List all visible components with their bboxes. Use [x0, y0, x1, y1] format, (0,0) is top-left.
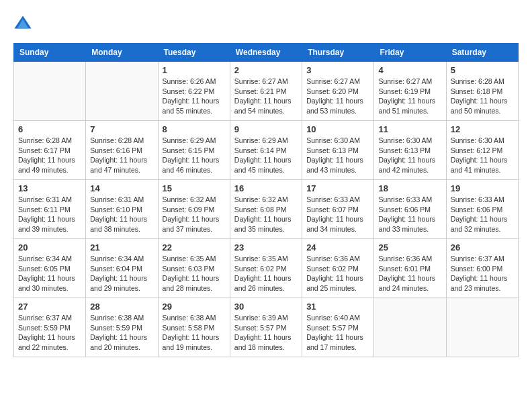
calendar-cell: [374, 298, 446, 357]
day-number: 30: [234, 302, 298, 312]
logo: [13, 13, 34, 32]
calendar-cell: 28Sunrise: 6:38 AM Sunset: 5:59 PM Dayli…: [86, 298, 158, 357]
weekday-header-friday: Friday: [374, 44, 446, 62]
calendar-cell: 18Sunrise: 6:33 AM Sunset: 6:06 PM Dayli…: [374, 180, 446, 239]
day-number: 15: [163, 183, 226, 193]
day-number: 27: [18, 302, 81, 312]
weekday-header-row: SundayMondayTuesdayWednesdayThursdayFrid…: [14, 44, 519, 62]
day-info: Sunrise: 6:31 AM Sunset: 6:10 PM Dayligh…: [90, 195, 153, 234]
calendar-cell: 13Sunrise: 6:31 AM Sunset: 6:11 PM Dayli…: [14, 180, 86, 239]
day-info: Sunrise: 6:33 AM Sunset: 6:06 PM Dayligh…: [378, 195, 441, 234]
calendar-cell: 22Sunrise: 6:35 AM Sunset: 6:03 PM Dayli…: [158, 239, 230, 298]
weekday-header-thursday: Thursday: [302, 44, 374, 62]
day-number: 11: [378, 124, 441, 134]
day-number: 1: [163, 65, 226, 75]
day-info: Sunrise: 6:28 AM Sunset: 6:16 PM Dayligh…: [90, 136, 153, 175]
day-number: 16: [234, 183, 298, 193]
page-header: [13, 13, 519, 32]
day-number: 7: [90, 124, 153, 134]
day-info: Sunrise: 6:27 AM Sunset: 6:19 PM Dayligh…: [378, 77, 441, 116]
day-info: Sunrise: 6:28 AM Sunset: 6:18 PM Dayligh…: [451, 77, 514, 116]
day-number: 14: [90, 183, 153, 193]
calendar-cell: 29Sunrise: 6:38 AM Sunset: 5:58 PM Dayli…: [158, 298, 230, 357]
day-info: Sunrise: 6:32 AM Sunset: 6:09 PM Dayligh…: [163, 195, 226, 234]
day-number: 2: [234, 65, 298, 75]
day-info: Sunrise: 6:40 AM Sunset: 5:57 PM Dayligh…: [306, 313, 369, 353]
day-number: 18: [378, 183, 441, 193]
day-number: 28: [90, 302, 153, 312]
day-number: 25: [378, 242, 441, 253]
day-number: 3: [306, 65, 369, 75]
calendar-table: SundayMondayTuesdayWednesdayThursdayFrid…: [13, 43, 519, 357]
day-number: 20: [18, 242, 81, 253]
day-info: Sunrise: 6:36 AM Sunset: 6:02 PM Dayligh…: [306, 254, 369, 293]
calendar-cell: 19Sunrise: 6:33 AM Sunset: 6:06 PM Dayli…: [446, 180, 518, 239]
day-info: Sunrise: 6:35 AM Sunset: 6:03 PM Dayligh…: [163, 254, 226, 293]
day-info: Sunrise: 6:31 AM Sunset: 6:11 PM Dayligh…: [18, 195, 81, 234]
day-info: Sunrise: 6:37 AM Sunset: 6:00 PM Dayligh…: [451, 254, 514, 293]
calendar-cell: 11Sunrise: 6:30 AM Sunset: 6:13 PM Dayli…: [374, 121, 446, 180]
day-info: Sunrise: 6:30 AM Sunset: 6:13 PM Dayligh…: [378, 136, 441, 175]
calendar-cell: [14, 62, 86, 121]
day-info: Sunrise: 6:26 AM Sunset: 6:22 PM Dayligh…: [163, 77, 226, 116]
day-number: 22: [163, 242, 226, 253]
calendar-cell: 4Sunrise: 6:27 AM Sunset: 6:19 PM Daylig…: [374, 62, 446, 121]
day-info: Sunrise: 6:36 AM Sunset: 6:01 PM Dayligh…: [378, 254, 441, 293]
calendar-cell: 10Sunrise: 6:30 AM Sunset: 6:13 PM Dayli…: [302, 121, 374, 180]
calendar-cell: 2Sunrise: 6:27 AM Sunset: 6:21 PM Daylig…: [230, 62, 302, 121]
calendar-cell: 3Sunrise: 6:27 AM Sunset: 6:20 PM Daylig…: [302, 62, 374, 121]
calendar-cell: 17Sunrise: 6:33 AM Sunset: 6:07 PM Dayli…: [302, 180, 374, 239]
day-number: 21: [90, 242, 153, 253]
day-number: 9: [234, 124, 298, 134]
day-info: Sunrise: 6:37 AM Sunset: 5:59 PM Dayligh…: [18, 313, 81, 353]
day-number: 8: [163, 124, 226, 134]
day-number: 24: [306, 242, 369, 253]
day-number: 17: [306, 183, 369, 193]
day-info: Sunrise: 6:34 AM Sunset: 6:04 PM Dayligh…: [90, 254, 153, 293]
calendar-cell: [446, 298, 518, 357]
day-number: 12: [451, 124, 514, 134]
calendar-cell: 5Sunrise: 6:28 AM Sunset: 6:18 PM Daylig…: [446, 62, 518, 121]
day-number: 29: [163, 302, 226, 312]
weekday-header-wednesday: Wednesday: [230, 44, 302, 62]
calendar-cell: 8Sunrise: 6:29 AM Sunset: 6:15 PM Daylig…: [158, 121, 230, 180]
day-number: 23: [234, 242, 298, 253]
calendar-cell: 21Sunrise: 6:34 AM Sunset: 6:04 PM Dayli…: [86, 239, 158, 298]
calendar-cell: 6Sunrise: 6:28 AM Sunset: 6:17 PM Daylig…: [14, 121, 86, 180]
day-info: Sunrise: 6:27 AM Sunset: 6:20 PM Dayligh…: [306, 77, 369, 116]
week-row-1: 1Sunrise: 6:26 AM Sunset: 6:22 PM Daylig…: [14, 62, 519, 121]
day-number: 26: [451, 242, 514, 253]
calendar-cell: 9Sunrise: 6:29 AM Sunset: 6:14 PM Daylig…: [230, 121, 302, 180]
calendar-cell: 14Sunrise: 6:31 AM Sunset: 6:10 PM Dayli…: [86, 180, 158, 239]
day-info: Sunrise: 6:35 AM Sunset: 6:02 PM Dayligh…: [234, 254, 298, 293]
day-info: Sunrise: 6:30 AM Sunset: 6:12 PM Dayligh…: [451, 136, 514, 175]
week-row-5: 27Sunrise: 6:37 AM Sunset: 5:59 PM Dayli…: [14, 298, 519, 357]
calendar-cell: 31Sunrise: 6:40 AM Sunset: 5:57 PM Dayli…: [302, 298, 374, 357]
week-row-2: 6Sunrise: 6:28 AM Sunset: 6:17 PM Daylig…: [14, 121, 519, 180]
calendar-cell: 15Sunrise: 6:32 AM Sunset: 6:09 PM Dayli…: [158, 180, 230, 239]
calendar-cell: 26Sunrise: 6:37 AM Sunset: 6:00 PM Dayli…: [446, 239, 518, 298]
weekday-header-monday: Monday: [86, 44, 158, 62]
weekday-header-sunday: Sunday: [14, 44, 86, 62]
weekday-header-tuesday: Tuesday: [158, 44, 230, 62]
day-number: 5: [451, 65, 514, 75]
calendar-cell: 23Sunrise: 6:35 AM Sunset: 6:02 PM Dayli…: [230, 239, 302, 298]
day-info: Sunrise: 6:38 AM Sunset: 5:58 PM Dayligh…: [163, 313, 226, 353]
day-info: Sunrise: 6:33 AM Sunset: 6:06 PM Dayligh…: [451, 195, 514, 234]
calendar-cell: 1Sunrise: 6:26 AM Sunset: 6:22 PM Daylig…: [158, 62, 230, 121]
day-info: Sunrise: 6:29 AM Sunset: 6:14 PM Dayligh…: [234, 136, 298, 175]
calendar-cell: 30Sunrise: 6:39 AM Sunset: 5:57 PM Dayli…: [230, 298, 302, 357]
week-row-4: 20Sunrise: 6:34 AM Sunset: 6:05 PM Dayli…: [14, 239, 519, 298]
calendar-cell: 16Sunrise: 6:32 AM Sunset: 6:08 PM Dayli…: [230, 180, 302, 239]
calendar-cell: [86, 62, 158, 121]
day-info: Sunrise: 6:38 AM Sunset: 5:59 PM Dayligh…: [90, 313, 153, 353]
calendar-cell: 20Sunrise: 6:34 AM Sunset: 6:05 PM Dayli…: [14, 239, 86, 298]
calendar-cell: 7Sunrise: 6:28 AM Sunset: 6:16 PM Daylig…: [86, 121, 158, 180]
day-number: 19: [451, 183, 514, 193]
logo-icon: [13, 13, 32, 32]
calendar-cell: 24Sunrise: 6:36 AM Sunset: 6:02 PM Dayli…: [302, 239, 374, 298]
day-info: Sunrise: 6:32 AM Sunset: 6:08 PM Dayligh…: [234, 195, 298, 234]
calendar-cell: 12Sunrise: 6:30 AM Sunset: 6:12 PM Dayli…: [446, 121, 518, 180]
day-number: 6: [18, 124, 81, 134]
day-info: Sunrise: 6:29 AM Sunset: 6:15 PM Dayligh…: [163, 136, 226, 175]
